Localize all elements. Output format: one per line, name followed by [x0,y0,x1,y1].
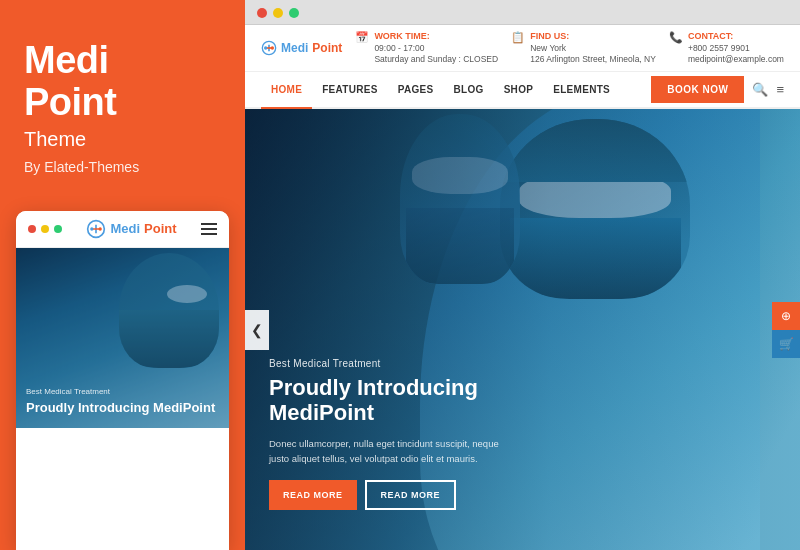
work-value: 09:00 - 17:00 [374,43,498,55]
hero-primary-button[interactable]: READ MORE [269,480,357,510]
side-icon-1[interactable]: ⊕ [772,302,800,330]
logo-point: Point [312,41,342,55]
nav-item-elements[interactable]: ELEMENTS [543,72,620,107]
work-label: WORK TIME: [374,30,498,43]
contact-phone: +800 2557 9901 [688,43,784,55]
nav-item-home[interactable]: HOME [261,72,312,107]
mobile-hamburger[interactable] [201,223,217,235]
book-now-button[interactable]: BOOK NOW [651,76,744,103]
hero-side-icons: ⊕ 🛒 [772,302,800,358]
browser-dot-yellow [273,8,283,18]
phone-icon: 📞 [669,31,683,44]
contact-email: medipoint@example.com [688,54,784,66]
mobile-logo-point: Point [144,221,177,236]
work-time-info: 📅 WORK TIME: 09:00 - 17:00 Saturday and … [355,30,498,66]
product-title: Medi Point [24,40,221,124]
mobile-logo-icon [86,219,106,239]
info-bar-logo: MediPoint [261,40,342,56]
contact-label: CONTACT: [688,30,784,43]
nav-icons: 🔍 ≡ [752,82,784,97]
hero-content: Best Medical Treatment Proudly Introduci… [269,358,569,510]
mobile-hero-tag: Best Medical Treatment [26,387,215,396]
hero-tag: Best Medical Treatment [269,358,569,369]
hero-buttons: READ MORE READ MORE [269,480,569,510]
hero-title: Proudly Introducing MediPoint [269,375,569,426]
mobile-hero: Best Medical Treatment Proudly Introduci… [16,248,229,428]
mobile-dot-yellow [41,225,49,233]
left-title-block: Medi Point Theme By Elated-Themes [0,0,245,191]
browser-dot-green [289,8,299,18]
svg-point-9 [271,47,274,50]
mobile-mockup: MediPoint Best Medical Treatment Proudly… [16,211,229,550]
work-sub: Saturday and Sunday : CLOSED [374,54,498,66]
mobile-logo: MediPoint [86,219,176,239]
hero-description: Donec ullamcorper, nulla eget tincidunt … [269,436,509,466]
menu-icon[interactable]: ≡ [776,82,784,97]
hero-section: ❮ ❯ ⊕ 🛒 Best Medical Treatment Proudly I… [245,109,800,550]
mobile-dots [28,225,62,233]
svg-point-3 [91,227,94,230]
logo-medi: Medi [281,41,308,55]
mobile-hero-title: Proudly Introducing MediPoint [26,400,215,416]
mobile-dot-green [54,225,62,233]
left-panel: Medi Point Theme By Elated-Themes Med [0,0,245,550]
by-label: By Elated-Themes [24,159,221,175]
browser-dot-red [257,8,267,18]
clock-icon: 📅 [355,31,369,44]
search-icon[interactable]: 🔍 [752,82,768,97]
nav-item-shop[interactable]: SHOP [494,72,544,107]
mobile-top-bar: MediPoint [16,211,229,248]
find-us-info: 📋 FIND US: New York 126 Arlington Street… [511,30,656,66]
chevron-left-icon: ❮ [251,322,263,338]
side-icon-2[interactable]: 🛒 [772,330,800,358]
nav-item-blog[interactable]: BLOG [444,72,494,107]
hero-arrow-left[interactable]: ❮ [245,310,269,350]
hero-secondary-button[interactable]: READ MORE [365,480,457,510]
svg-point-8 [264,47,267,50]
theme-label: Theme [24,128,221,151]
nav-item-features[interactable]: FEATURES [312,72,388,107]
logo-icon [261,40,277,56]
location-icon: 📋 [511,31,525,44]
contact-info: 📞 CONTACT: +800 2557 9901 medipoint@exam… [669,30,784,66]
mobile-hero-content: Best Medical Treatment Proudly Introduci… [26,387,215,416]
nav-right: BOOK NOW 🔍 ≡ [651,76,784,103]
browser-content: MediPoint 📅 WORK TIME: 09:00 - 17:00 Sat… [245,25,800,550]
browser-chrome [245,0,800,25]
mobile-dot-red [28,225,36,233]
svg-point-4 [99,227,102,230]
mobile-logo-medi: Medi [110,221,140,236]
nav-item-pages[interactable]: PAGES [388,72,444,107]
info-bar: MediPoint 📅 WORK TIME: 09:00 - 17:00 Sat… [245,25,800,72]
find-value: New York [530,43,656,55]
nav-menu: HOME FEATURES PAGES BLOG SHOP ELEMENTS [261,72,620,107]
find-label: FIND US: [530,30,656,43]
find-sub: 126 Arlington Street, Mineola, NY [530,54,656,66]
right-panel: MediPoint 📅 WORK TIME: 09:00 - 17:00 Sat… [245,0,800,550]
nav-bar: HOME FEATURES PAGES BLOG SHOP ELEMENTS B… [245,72,800,109]
